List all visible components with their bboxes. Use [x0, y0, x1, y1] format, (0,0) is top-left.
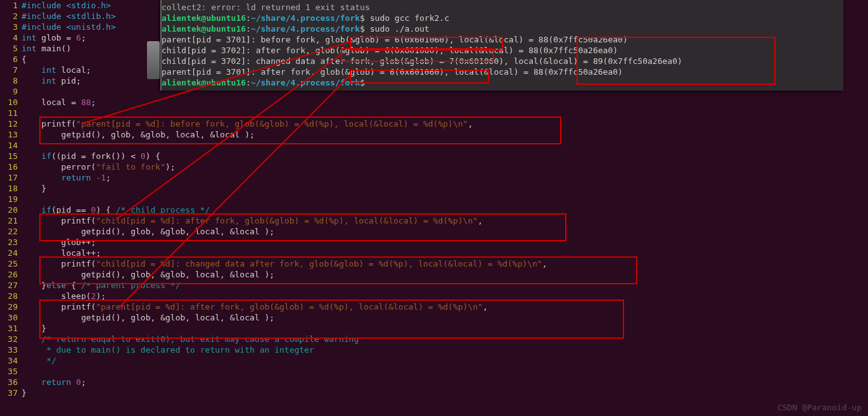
- code-line[interactable]: 31 }: [0, 323, 868, 334]
- line-number: 15: [0, 151, 22, 161]
- line-number: 25: [0, 258, 22, 269]
- terminal-line[interactable]: child[pid = 3702]: after fork, glob(&glo…: [162, 45, 843, 56]
- code-content[interactable]: getpid(), glob, &glob, local, &local );: [22, 269, 274, 280]
- code-content[interactable]: glob++;: [22, 237, 96, 248]
- line-number: 21: [0, 215, 22, 226]
- code-content[interactable]: */: [22, 355, 56, 366]
- code-line[interactable]: 12 printf("parent[pid = %d]: before fork…: [0, 118, 868, 129]
- code-line[interactable]: 13 getpid(), glob, &glob, local, &local …: [0, 129, 868, 140]
- code-content[interactable]: #include <unistd.h>: [22, 22, 116, 32]
- code-content[interactable]: int glob = 6;: [22, 32, 86, 43]
- line-number: 33: [0, 344, 22, 355]
- line-number: 1: [0, 0, 22, 11]
- code-content[interactable]: #include <stdlib.h>: [22, 11, 116, 22]
- line-number: 29: [0, 301, 22, 312]
- line-number: 12: [0, 118, 22, 129]
- avatar-icon: [147, 41, 160, 79]
- terminal-overlay[interactable]: collect2: error: ld returned 1 exit stat…: [160, 0, 843, 91]
- terminal-line[interactable]: alientek@ubuntu16:~/share/4.process/fork…: [162, 23, 843, 34]
- line-number: 7: [0, 65, 22, 75]
- code-line[interactable]: 33 * due to main() is declared to return…: [0, 344, 868, 355]
- line-number: 32: [0, 334, 22, 344]
- code-content[interactable]: printf("child[pid = %d]: after fork, glo…: [22, 215, 483, 226]
- code-content[interactable]: local = 88;: [22, 97, 96, 108]
- terminal-line[interactable]: alientek@ubuntu16:~/share/4.process/fork…: [162, 13, 843, 23]
- line-number: 5: [0, 43, 22, 54]
- terminal-line[interactable]: alientek@ubuntu16:~/share/4.process/fork…: [162, 77, 843, 88]
- line-number: 34: [0, 355, 22, 366]
- code-content[interactable]: /* return euqal to exit(0), but exit may…: [22, 334, 359, 344]
- code-content[interactable]: }: [22, 183, 46, 194]
- code-line[interactable]: 36 return 0;: [0, 377, 868, 388]
- line-number: 30: [0, 312, 22, 323]
- code-line[interactable]: 32 /* return euqal to exit(0), but exit …: [0, 334, 868, 344]
- code-content[interactable]: return -1;: [22, 172, 111, 183]
- code-content[interactable]: getpid(), glob, &glob, local, &local );: [22, 312, 274, 323]
- code-content[interactable]: int pid;: [22, 75, 81, 86]
- code-line[interactable]: 23 glob++;: [0, 237, 868, 248]
- code-content[interactable]: perror("fail to fork");: [22, 161, 176, 172]
- code-line[interactable]: 29 printf("parent[pid = %d]: after fork,…: [0, 301, 868, 312]
- code-line[interactable]: 27 }else { /* parent process */: [0, 280, 868, 291]
- terminal-line[interactable]: child[pid = 3702]: changed data after fo…: [162, 56, 843, 66]
- code-line[interactable]: 21 printf("child[pid = %d]: after fork, …: [0, 215, 868, 226]
- line-number: 13: [0, 129, 22, 140]
- line-number: 26: [0, 269, 22, 280]
- line-number: 23: [0, 237, 22, 248]
- line-number: 4: [0, 32, 22, 43]
- code-line[interactable]: 17 return -1;: [0, 172, 868, 183]
- code-line[interactable]: 19: [0, 194, 868, 205]
- line-number: 31: [0, 323, 22, 334]
- code-content[interactable]: getpid(), glob, &glob, local, &local );: [22, 129, 255, 140]
- code-content[interactable]: local++;: [22, 248, 101, 258]
- line-number: 36: [0, 377, 22, 388]
- line-number: 35: [0, 366, 22, 377]
- code-line[interactable]: 30 getpid(), glob, &glob, local, &local …: [0, 312, 868, 323]
- code-line[interactable]: 15 if((pid = fork()) < 0) {: [0, 151, 868, 161]
- code-line[interactable]: 28 sleep(2);: [0, 291, 868, 301]
- watermark-text: CSDN @Paranoid-up: [777, 403, 862, 412]
- code-line[interactable]: 34 */: [0, 355, 868, 366]
- code-content[interactable]: * due to main() is declared to return wi…: [22, 344, 314, 355]
- code-content[interactable]: return 0;: [22, 377, 86, 388]
- code-content[interactable]: {: [22, 54, 27, 65]
- line-number: 3: [0, 22, 22, 32]
- code-content[interactable]: getpid(), glob, &glob, local, &local );: [22, 226, 274, 237]
- line-number: 2: [0, 11, 22, 22]
- code-content[interactable]: #include <stdio.h>: [22, 0, 111, 11]
- code-content[interactable]: int main(): [22, 43, 71, 54]
- line-number: 37: [0, 388, 22, 398]
- code-line[interactable]: 24 local++;: [0, 248, 868, 258]
- code-content[interactable]: printf("parent[pid = %d]: after fork, gl…: [22, 301, 488, 312]
- code-content[interactable]: if((pid = fork()) < 0) {: [22, 151, 160, 161]
- line-number: 10: [0, 97, 22, 108]
- line-number: 11: [0, 108, 22, 118]
- code-content[interactable]: int local;: [22, 65, 91, 75]
- code-line[interactable]: 22 getpid(), glob, &glob, local, &local …: [0, 226, 868, 237]
- code-content[interactable]: }else { /* parent process */: [22, 280, 180, 291]
- line-number: 20: [0, 205, 22, 215]
- terminal-line[interactable]: parent[pid = 3701]: before fork, glob(&g…: [162, 34, 843, 45]
- code-line[interactable]: 20 if(pid == 0) { /* child process */: [0, 205, 868, 215]
- code-content[interactable]: sleep(2);: [22, 291, 106, 301]
- code-line[interactable]: 26 getpid(), glob, &glob, local, &local …: [0, 269, 868, 280]
- code-content[interactable]: if(pid == 0) { /* child process */: [22, 205, 210, 215]
- code-content[interactable]: printf("parent[pid = %d]: before fork, g…: [22, 118, 473, 129]
- code-line[interactable]: 10 local = 88;: [0, 97, 868, 108]
- code-line[interactable]: 18 }: [0, 183, 868, 194]
- code-line[interactable]: 11: [0, 108, 868, 118]
- terminal-line[interactable]: parent[pid = 3701]: after fork, glob(&gl…: [162, 66, 843, 77]
- code-line[interactable]: 35: [0, 366, 868, 377]
- line-number: 9: [0, 86, 22, 97]
- code-line[interactable]: 16 perror("fail to fork");: [0, 161, 868, 172]
- code-content[interactable]: }: [22, 388, 27, 398]
- code-content[interactable]: }: [22, 323, 46, 334]
- line-number: 8: [0, 75, 22, 86]
- code-content[interactable]: printf("child[pid = %d]: changed data af…: [22, 258, 547, 269]
- code-line[interactable]: 25 printf("child[pid = %d]: changed data…: [0, 258, 868, 269]
- line-number: 27: [0, 280, 22, 291]
- code-line[interactable]: 37}: [0, 388, 868, 398]
- line-number: 24: [0, 248, 22, 258]
- terminal-line[interactable]: collect2: error: ld returned 1 exit stat…: [162, 2, 843, 13]
- code-line[interactable]: 14: [0, 140, 868, 151]
